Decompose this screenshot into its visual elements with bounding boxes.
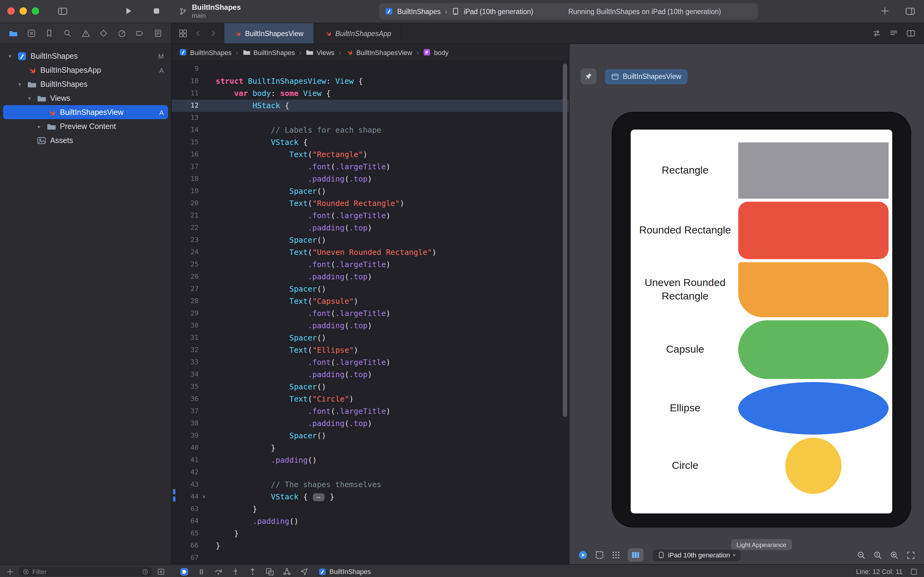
sidebar-item-assets[interactable]: Assets (0, 133, 171, 147)
zoom-window-button[interactable] (32, 7, 39, 15)
app-icon (17, 51, 27, 61)
code-line-27: 27 Spacer() (172, 283, 569, 295)
breakpoints-toggle-icon[interactable] (180, 567, 189, 576)
line-number: 14 (172, 124, 206, 136)
chevron-separator: › (236, 48, 238, 56)
preview-variants-icon[interactable] (611, 550, 621, 560)
line-number: 13 (172, 112, 206, 124)
close-window-button[interactable] (7, 7, 14, 15)
zoom-out-icon[interactable] (857, 550, 866, 559)
code-review-icon[interactable] (872, 29, 881, 38)
step-out-icon[interactable] (248, 567, 257, 576)
warning-icon[interactable] (81, 29, 90, 38)
shape-rectangle (738, 142, 889, 199)
line-number: 36 (172, 393, 206, 405)
scheme-device[interactable]: iPad (10th generation) (464, 8, 533, 15)
pin-preview-button[interactable] (581, 68, 596, 84)
line-number: 15 (172, 136, 206, 148)
tab-BuiltInShapesApp[interactable]: BuiltInShapesApp (314, 23, 401, 44)
sidebar-item-builtinshapes[interactable]: ▾BuiltInShapesM (0, 49, 171, 63)
sidebar-item-builtinshapesapp[interactable]: BuiltInShapesAppA (0, 63, 171, 77)
editor-options-icon[interactable] (889, 29, 898, 38)
sidebar-toggle-icon[interactable] (58, 6, 68, 16)
code-line-67: 67 (172, 552, 569, 564)
memory-graph-icon[interactable] (282, 567, 291, 576)
pause-icon[interactable] (197, 567, 206, 576)
xcode-window: BuiltInShapes main BuiltInShapes › iPad … (0, 0, 924, 577)
add-button[interactable] (880, 6, 890, 16)
device-settings-toggle[interactable] (628, 548, 644, 562)
code-line-19: 19 Spacer() (172, 185, 569, 197)
preview-row: Uneven Rounded Rectangle (636, 262, 889, 317)
step-into-icon[interactable] (231, 567, 240, 576)
disclosure-chevron[interactable]: ▾ (8, 53, 17, 59)
add-item-icon[interactable] (6, 567, 14, 575)
sidebar-item-views[interactable]: ▾Views (0, 91, 171, 105)
code-line-24: 24 Text("Uneven Rounded Rectangle") (172, 246, 569, 259)
location-icon[interactable] (299, 567, 309, 576)
scheme-target[interactable]: BuiltInShapes (397, 8, 441, 15)
back-icon[interactable] (194, 29, 202, 37)
line-number: 20 (172, 197, 206, 210)
view-hierarchy-icon[interactable] (265, 567, 274, 576)
split-editor-icon[interactable] (906, 29, 916, 38)
test-icon[interactable] (99, 29, 108, 38)
line-number: 40 (172, 442, 206, 454)
gauge-icon[interactable] (118, 29, 127, 38)
folder-icon (47, 121, 56, 131)
status-bar: Filter BuiltInShapes Line: 12 Col: 11 (0, 564, 924, 577)
tab-overview-icon[interactable] (179, 29, 188, 38)
preview-live-icon[interactable] (578, 550, 588, 560)
breadcrumb-BuiltInShapes[interactable]: BuiltInShapes (242, 48, 295, 56)
preview-view-chip[interactable]: BuiltInShapesView (605, 69, 687, 84)
breadcrumb-BuiltInShapes[interactable]: BuiltInShapes (179, 48, 232, 56)
line-number: 41 (172, 454, 206, 466)
filter-input[interactable]: Filter (19, 567, 152, 576)
run-button[interactable] (124, 6, 133, 16)
search-icon[interactable] (63, 29, 72, 38)
code-fold-pill[interactable]: ⋯ (313, 493, 325, 501)
minimize-window-button[interactable] (19, 7, 27, 15)
report-icon[interactable] (153, 29, 163, 38)
stop-button[interactable] (151, 6, 161, 16)
preview-select-icon[interactable] (595, 550, 604, 560)
bookmark-icon[interactable] (45, 29, 54, 38)
shape-label: Capsule (636, 343, 734, 356)
shape-label: Uneven Rounded Rectangle (636, 276, 734, 303)
preview-row: Circle (636, 438, 889, 494)
preview-device-selector[interactable]: iPad 10th generation ▾ (653, 549, 740, 561)
running-app-chip[interactable]: BuiltInShapes (319, 567, 371, 575)
disclosure-chevron[interactable]: ▾ (28, 95, 37, 101)
flag-filter-icon[interactable] (157, 567, 165, 575)
sidebar-item-preview-content[interactable]: ▸Preview Content (0, 119, 171, 133)
shape-label: Circle (636, 459, 734, 472)
tab-BuiltInShapesView[interactable]: BuiltInShapesView (224, 23, 314, 44)
source-control-icon[interactable] (27, 29, 36, 38)
folder-icon[interactable] (8, 29, 18, 38)
breadcrumb-Views[interactable]: Views (306, 48, 334, 56)
selection-indicator-icon[interactable] (910, 567, 918, 575)
chevron-separator: › (339, 48, 341, 56)
fold-chevron-icon[interactable]: › (202, 491, 206, 503)
recent-files-icon[interactable] (142, 568, 148, 575)
source-editor[interactable]: 910struct BuiltInShapesView: View {11 va… (172, 61, 569, 564)
step-over-icon[interactable] (214, 567, 223, 576)
editor-scrollbar[interactable] (563, 64, 567, 417)
breadcrumb-body[interactable]: Pbody (423, 48, 449, 56)
disclosure-chevron[interactable]: ▸ (38, 123, 47, 129)
preview-row: Ellipse (636, 382, 889, 435)
sidebar-item-builtinshapesview[interactable]: BuiltInShapesViewA (3, 105, 168, 119)
forward-icon[interactable] (209, 29, 217, 37)
zoom-in-icon[interactable] (890, 550, 899, 559)
titlebar: BuiltInShapes main BuiltInShapes › iPad … (0, 0, 924, 23)
ipad-icon (452, 7, 460, 15)
breadcrumb-BuiltInShapesView[interactable]: BuiltInShapesView (345, 48, 412, 56)
preview-device-name: iPad 10th generation (668, 551, 730, 559)
zoom-fit-icon[interactable] (906, 550, 916, 559)
breakpoint-icon[interactable] (135, 29, 145, 38)
disclosure-chevron[interactable]: ▾ (18, 81, 27, 87)
editor-panes-icon[interactable] (905, 6, 916, 16)
zoom-actual-icon[interactable] (873, 550, 882, 559)
chevron-down-icon: ▾ (733, 552, 736, 558)
sidebar-item-builtinshapes[interactable]: ▾BuiltInShapes (0, 77, 171, 91)
